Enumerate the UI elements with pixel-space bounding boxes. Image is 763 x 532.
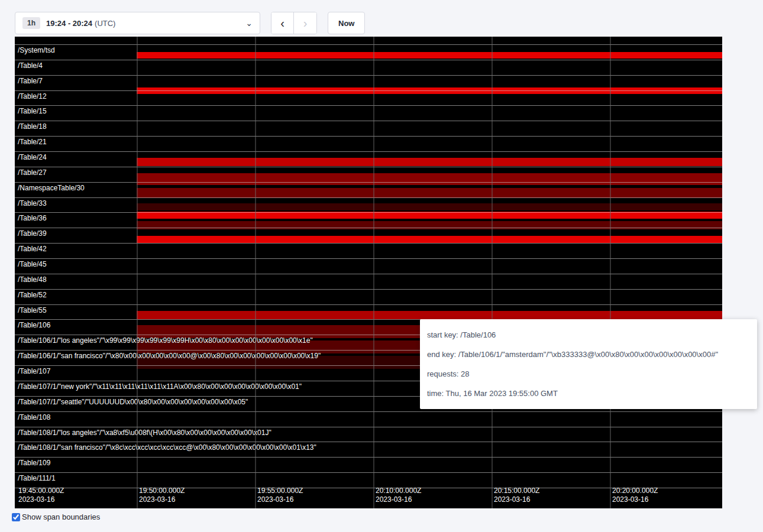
row-label: /Table/55: [18, 306, 47, 314]
span-boundary-line: [15, 427, 722, 427]
row-label: /Table/109: [18, 459, 50, 467]
span-boundary-line: [15, 167, 722, 167]
span-boundary-line: [15, 121, 722, 121]
row-label: /Table/42: [18, 245, 47, 253]
tick-time: 20:15:00.000Z: [494, 486, 539, 495]
row-label: /Table/33: [18, 199, 47, 207]
tick-time: 20:20:00.000Z: [612, 486, 658, 495]
time-range-text: 19:24 - 20:24: [46, 19, 92, 28]
time-gridline: [610, 37, 611, 508]
heat-band: [137, 188, 722, 198]
row-label: /Table/108: [18, 413, 50, 421]
row-label: /Table/15: [18, 107, 47, 115]
row-label: /Table/18: [18, 122, 47, 131]
row-label: /Table/12: [18, 92, 47, 100]
row-label: /System/tsd: [18, 46, 55, 54]
span-boundary-line: [15, 212, 722, 213]
span-boundary-line: [15, 44, 722, 45]
tick-date: 2023-03-16: [18, 495, 64, 504]
span-boundary-line: [15, 442, 722, 442]
x-axis-tick: 19:55:00.000Z2023-03-16: [257, 486, 303, 504]
x-axis-tick: 19:50:00.000Z2023-03-16: [139, 486, 185, 504]
row-label: /Table/7: [18, 77, 43, 85]
tick-time: 20:10:00.000Z: [376, 486, 421, 495]
next-time-button: ›: [294, 12, 316, 34]
span-boundary-line: [15, 274, 722, 274]
x-axis-tick: 20:15:00.000Z2023-03-16: [494, 486, 539, 504]
row-label: /Table/27: [18, 168, 47, 177]
duration-badge: 1h: [22, 17, 40, 29]
span-boundary-line: [15, 182, 722, 183]
row-label: /Table/4: [18, 61, 43, 70]
span-boundary-line: [15, 105, 722, 106]
tooltip-start-key: start key: /Table/106: [427, 325, 750, 345]
span-boundary-line: [15, 90, 722, 91]
heat-band: [137, 311, 722, 319]
x-axis-tick: 20:20:00.000Z2023-03-16: [612, 486, 658, 504]
row-label: /Table/107/1/"seattle"/"UUUUUUD\x00\x80\…: [18, 398, 248, 406]
time-pager: ‹ ›: [271, 12, 317, 34]
row-label: /Table/108/1/"los angeles"/"\xa8\xf5\u00…: [18, 429, 271, 437]
time-gridline: [492, 37, 493, 508]
row-label: /Table/24: [18, 153, 47, 161]
now-button[interactable]: Now: [328, 12, 365, 34]
span-boundary-line: [15, 457, 722, 458]
chevron-down-icon: ⌄: [245, 20, 253, 26]
timezone-text: (UTC): [95, 19, 115, 28]
chevron-left-icon: ‹: [280, 17, 284, 30]
heat-band: [137, 52, 722, 59]
row-label: /Table/106: [18, 321, 50, 329]
span-boundary-line: [15, 136, 722, 137]
row-label: /Table/106/1/"los angeles"/"\x99\x99\x99…: [18, 336, 313, 345]
span-boundary-line: [15, 243, 722, 244]
row-label: /Table/107: [18, 367, 50, 375]
tooltip-end-key: end key: /Table/106/1/"amsterdam"/"\xb33…: [427, 345, 750, 364]
prev-time-button[interactable]: ‹: [271, 12, 294, 34]
tooltip-time: time: Thu, 16 Mar 2023 19:55:00 GMT: [427, 384, 750, 403]
key-visualizer-canvas[interactable]: /System/tsd/Table/4/Table/7/Table/12/Tab…: [15, 37, 722, 508]
hover-tooltip: start key: /Table/106 end key: /Table/10…: [420, 319, 757, 409]
row-label: /Table/108/1/"san francisco"/"\x8c\xcc\x…: [18, 443, 316, 452]
heat-band: [137, 203, 722, 210]
span-boundary-line: [15, 411, 722, 412]
row-label: /Table/111/1: [18, 474, 56, 482]
span-boundary-line: [15, 289, 722, 290]
x-axis-tick: 19:45:00.000Z2023-03-16: [18, 486, 64, 504]
row-label: /Table/48: [18, 275, 47, 284]
span-boundary-line: [15, 60, 722, 60]
checkbox-label: Show span boundaries: [22, 512, 100, 521]
row-label: /Table/107/1/"new york"/"\x11\x11\x11\x1…: [18, 382, 302, 391]
x-axis-tick: 20:10:00.000Z2023-03-16: [376, 486, 421, 504]
time-range-label: 19:24 - 20:24(UTC): [46, 18, 115, 28]
heat-band: [137, 236, 722, 243]
row-label: /Table/106/1/"san francisco"/"\x80\x00\x…: [18, 352, 321, 360]
row-label: /Table/39: [18, 229, 47, 238]
tooltip-requests: requests: 28: [427, 364, 750, 384]
span-boundary-line: [15, 197, 722, 198]
row-label: /Table/21: [18, 138, 47, 146]
show-span-boundaries-checkbox[interactable]: [12, 513, 20, 521]
span-boundary-line: [15, 151, 722, 152]
span-boundary-line: [15, 472, 722, 473]
tick-time: 19:55:00.000Z: [257, 486, 303, 495]
chevron-right-icon: ›: [303, 17, 308, 30]
time-range-selector[interactable]: 1h 19:24 - 20:24(UTC) ⌄: [15, 12, 260, 34]
show-span-boundaries[interactable]: Show span boundaries: [12, 512, 100, 521]
span-boundary-line: [15, 258, 722, 259]
tick-time: 19:45:00.000Z: [18, 486, 64, 495]
row-label: /Table/45: [18, 260, 47, 268]
heat-band: [137, 158, 722, 166]
row-label: /NamespaceTable/30: [18, 184, 85, 192]
time-toolbar: 1h 19:24 - 20:24(UTC) ⌄ ‹ › Now: [15, 12, 365, 34]
span-boundary-line: [15, 75, 722, 76]
span-boundary-line: [15, 304, 722, 305]
row-label: /Table/36: [18, 214, 47, 222]
tick-date: 2023-03-16: [257, 495, 303, 504]
time-gridline: [255, 37, 256, 508]
tick-date: 2023-03-16: [139, 495, 185, 504]
tick-date: 2023-03-16: [376, 495, 421, 504]
heat-band: [137, 173, 722, 185]
tick-date: 2023-03-16: [612, 495, 658, 504]
row-label: /Table/52: [18, 291, 47, 299]
time-gridline: [137, 37, 138, 508]
